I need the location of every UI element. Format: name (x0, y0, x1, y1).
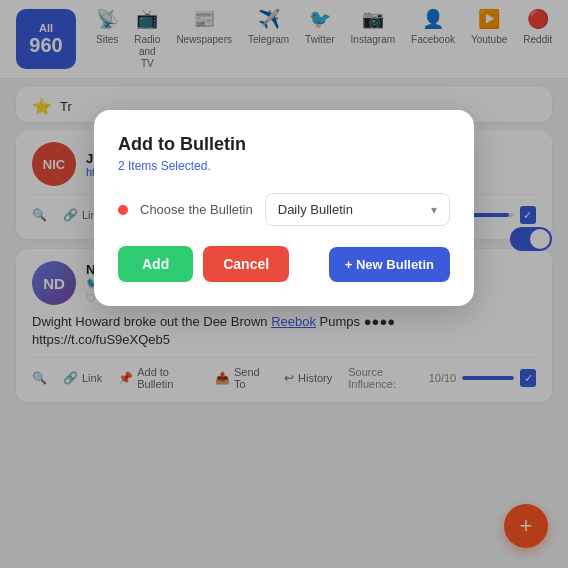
modal-actions: Add Cancel + New Bulletin (118, 246, 450, 282)
choose-label: Choose the Bulletin (140, 202, 253, 217)
modal-subtitle: 2 Items Selected. (118, 159, 450, 173)
bulletin-dropdown-value: Daily Bulletin (278, 202, 353, 217)
new-bulletin-button[interactable]: + New Bulletin (329, 247, 450, 282)
bulletin-dot (118, 205, 128, 215)
bulletin-dropdown[interactable]: Daily Bulletin ▾ (265, 193, 450, 226)
cancel-button[interactable]: Cancel (203, 246, 289, 282)
modal-bulletin-row: Choose the Bulletin Daily Bulletin ▾ (118, 193, 450, 226)
add-to-bulletin-modal: Add to Bulletin 2 Items Selected. Choose… (94, 110, 474, 306)
app-container: All 960 📡 Sites 📺 Radio and TV 📰 Newspap… (0, 0, 568, 568)
add-button[interactable]: Add (118, 246, 193, 282)
dropdown-arrow-icon: ▾ (431, 203, 437, 217)
modal-title: Add to Bulletin (118, 134, 450, 155)
